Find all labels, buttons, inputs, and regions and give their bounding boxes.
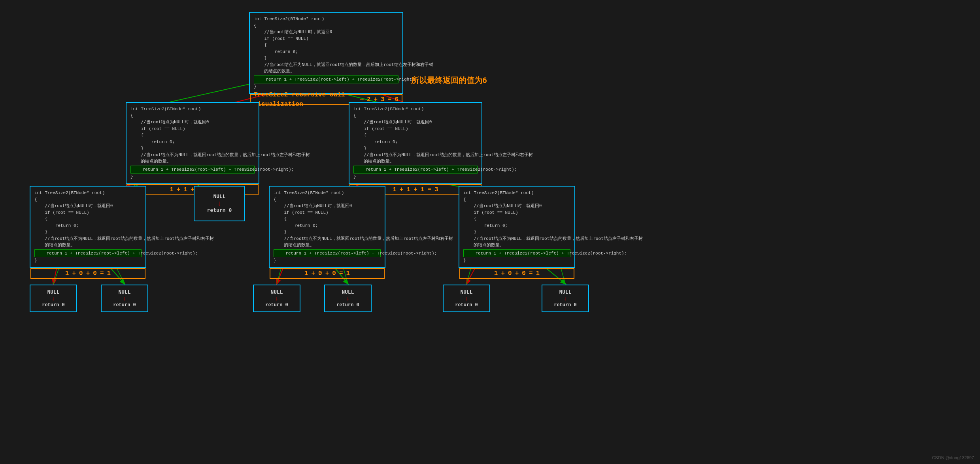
r3: 0 [332, 269, 336, 278]
r4: 1 [346, 269, 350, 278]
code-highlight: return 1 + TreeSize2(root->left) + TreeS… [254, 75, 398, 84]
code-line: if (root == NULL) [463, 209, 570, 216]
code-line: //当root结点为NULL时，就返回0 [463, 203, 570, 209]
r1: 1 [494, 269, 498, 278]
code-line: 的结点的数量。 [274, 242, 381, 249]
null-label: NULL [213, 194, 225, 200]
code-line: } [34, 257, 142, 264]
code-line: //当root结点为NULL时，就返回0 [130, 119, 255, 126]
code-line: } [274, 229, 381, 236]
down-arrow-icon: ↓ [465, 295, 468, 302]
r4: 1 [536, 269, 540, 278]
code-highlight: return 1 + TreeSize2(root->left) + TreeS… [274, 249, 381, 258]
watermark: CSDN @dong132697 [932, 455, 974, 460]
code-line: if (root == NULL) [274, 209, 381, 216]
r1: 1 [170, 185, 174, 194]
code-line: { [274, 196, 381, 203]
r3: 0 [93, 269, 97, 278]
return-label: return 0 [554, 302, 577, 308]
p2: + [86, 269, 90, 278]
r1: 1 [304, 269, 308, 278]
down-arrow-icon: ↓ [275, 295, 279, 302]
code-line: if (root == NULL) [34, 209, 142, 216]
code-line: int TreeSize2(BTNode* root) [463, 190, 570, 196]
return-label: return 0 [207, 207, 232, 213]
bot-right-box: int TreeSize2(BTNode* root) { //当root结点为… [459, 186, 575, 268]
code-line: } [463, 229, 570, 236]
code-line: } [254, 55, 398, 62]
code-line: { [34, 216, 142, 223]
null-box-2: NULL ↓ return 0 [101, 285, 148, 312]
null-box-1: NULL ↓ return 0 [30, 285, 77, 312]
p2: + [414, 185, 417, 194]
r3: 0 [522, 269, 526, 278]
code-line: { [463, 196, 570, 203]
down-arrow-icon: ↓ [346, 295, 350, 302]
r4: 1 [107, 269, 111, 278]
r4: 3 [434, 185, 438, 194]
r1: 1 [65, 269, 69, 278]
bot-mid-right-box: int TreeSize2(BTNode* root) { //当root结点为… [269, 186, 385, 268]
eq: = [339, 269, 343, 278]
main-canvas: int TreeSize2(BTNode* root) { //当root结点为… [0, 0, 980, 464]
return-label: return 0 [336, 302, 359, 308]
code-line: int TreeSize2(BTNode* root) [34, 190, 142, 196]
p1: + [311, 269, 315, 278]
down-arrow-icon: ↓ [123, 295, 127, 302]
p2: + [325, 269, 329, 278]
result-text: TreeSize2 recursive call visualization [254, 90, 357, 109]
code-line: } [353, 145, 478, 152]
eq: = [427, 185, 431, 194]
code-line: { [274, 216, 381, 223]
code-line: } [463, 257, 570, 264]
code-highlight: return 1 + TreeSize2(root->left) + TreeS… [353, 166, 478, 174]
bot-left-result-bar: 1 + 0 + 0 = 1 [30, 268, 145, 279]
code-line: //当root结点为NULL时，就返回0 [254, 29, 398, 36]
code-line: } [34, 229, 142, 236]
eq: = [529, 269, 533, 278]
code-line: { [130, 132, 255, 139]
code-line: //当root结点不为NULL，就返回root结点的数量，然后加上root结点左… [274, 236, 381, 242]
code-line: if (root == NULL) [353, 126, 478, 132]
null-label: NULL [118, 289, 130, 295]
down-arrow-icon: ↓ [51, 295, 55, 302]
code-line: //当root结点为NULL时，就返回0 [34, 203, 142, 209]
bot-right-result-bar: 1 + 0 + 0 = 1 [459, 268, 574, 279]
final-result-label: 所以最终返回的值为6 [411, 75, 487, 86]
r2: 0 [508, 269, 512, 278]
code-line: { [353, 132, 478, 139]
code-line: 的结点的数量。 [463, 242, 570, 249]
code-line: //当root结点不为NULL，就返回root结点的数量，然后加上root结点左… [34, 236, 142, 242]
code-line: { [254, 23, 398, 29]
return-label: return 0 [42, 302, 65, 308]
r1: 1 [393, 185, 397, 194]
p1: + [72, 269, 76, 278]
r3: 1 [421, 185, 425, 194]
code-line: //当root结点为NULL时，就返回0 [353, 119, 478, 126]
p2: + [515, 269, 519, 278]
top-center-box: int TreeSize2(BTNode* root) { //当root结点为… [249, 12, 403, 94]
code-line: return 0; [34, 223, 142, 229]
code-line: return 0; [353, 139, 478, 145]
code-line: //当root结点不为NULL，就返回root结点的数量，然后加上root结点左… [254, 62, 398, 68]
return-label: return 0 [455, 302, 478, 308]
code-line: int TreeSize2(BTNode* root) [353, 106, 478, 113]
return-label: return 0 [265, 302, 288, 308]
null-box-3: NULL ↓ return 0 [253, 285, 300, 312]
return-label: return 0 [113, 302, 136, 308]
code-line: if (root == NULL) [254, 36, 398, 42]
code-line: { [254, 42, 398, 49]
p1: + [501, 269, 505, 278]
eq: = [100, 269, 104, 278]
p1: + [177, 185, 181, 194]
code-line: } [353, 174, 478, 180]
mid-right-box: int TreeSize2(BTNode* root) { //当root结点为… [349, 102, 482, 184]
code-line: } [130, 145, 255, 152]
r2: 0 [79, 269, 83, 278]
code-highlight: return 1 + TreeSize2(root->left) + TreeS… [463, 249, 570, 258]
code-line: { [463, 216, 570, 223]
code-line: int TreeSize2(BTNode* root) [254, 16, 398, 23]
code-line: { [130, 113, 255, 119]
code-line: 的结点的数量。 [254, 68, 398, 75]
code-line: 的结点的数量。 [34, 242, 142, 249]
